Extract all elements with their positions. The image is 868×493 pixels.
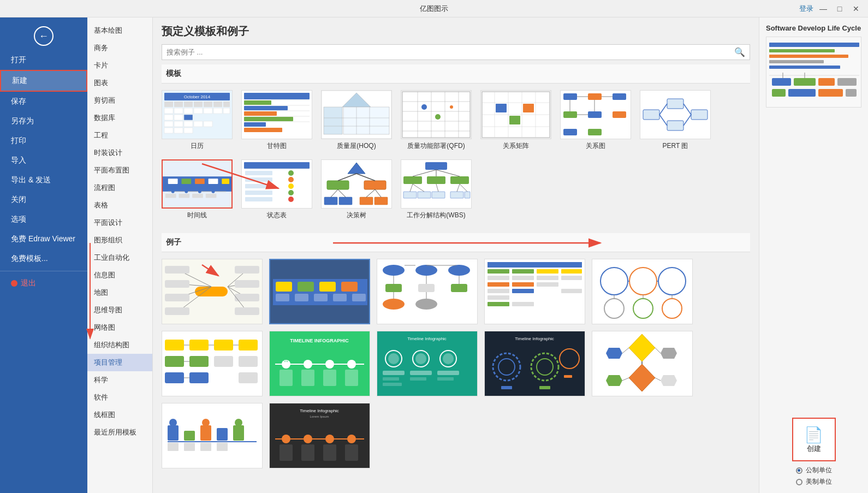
sidebar-item-print[interactable]: 打印 <box>0 131 87 151</box>
sidebar-item-free-template[interactable]: 免费模板... <box>0 249 87 269</box>
sidebar-item-new[interactable]: 新建 <box>0 70 87 92</box>
template-item-calendar[interactable]: October 2014日历 <box>162 90 233 151</box>
create-button[interactable]: 📄 创建 <box>792 418 836 461</box>
example-item-0[interactable] <box>162 259 263 324</box>
svg-rect-311 <box>184 443 195 451</box>
template-item-hoq[interactable]: 质量屋(HOQ) <box>321 90 392 151</box>
category-item-21[interactable]: 软件 <box>87 389 152 406</box>
template-label-relation-diagram: 关系图 <box>560 141 631 151</box>
example-item-4[interactable] <box>592 259 693 324</box>
category-item-19[interactable]: 项目管理 <box>87 354 152 371</box>
svg-rect-337 <box>772 89 786 97</box>
metric-radio[interactable] <box>796 467 802 474</box>
category-item-2[interactable]: 卡片 <box>87 57 152 74</box>
example-item-10[interactable] <box>162 403 263 468</box>
sidebar-item-open[interactable]: 打开 <box>0 50 87 70</box>
svg-point-198 <box>448 265 470 276</box>
examples-grid: TIMELINE INFOGRAPHIC01Timeline Infograph… <box>162 259 750 468</box>
svg-rect-111 <box>192 194 203 198</box>
sidebar-item-save[interactable]: 保存 <box>0 92 87 111</box>
sidebar-item-close[interactable]: 关闭 <box>0 190 87 210</box>
svg-rect-18 <box>174 115 183 120</box>
svg-rect-340 <box>846 89 857 97</box>
sidebar-item-export[interactable]: 导出 & 发送 <box>0 170 87 190</box>
login-link[interactable]: 登录 <box>799 0 813 17</box>
category-item-13[interactable]: 工业自动化 <box>87 249 152 266</box>
sidebar-item-exit[interactable]: 退出 <box>0 274 87 293</box>
sidebar-item-options[interactable]: 选项 <box>0 210 87 229</box>
template-item-pert[interactable]: PERT 图 <box>640 90 711 151</box>
template-thumb-gantt <box>241 90 312 139</box>
svg-point-319 <box>304 435 312 443</box>
category-item-14[interactable]: 信息图 <box>87 266 152 284</box>
category-item-16[interactable]: 思维导图 <box>87 301 152 319</box>
svg-text:Timeline Infographic: Timeline Infographic <box>515 336 554 341</box>
template-item-qfd[interactable]: 质量功能部署(QFD) <box>401 90 472 151</box>
template-item-status-table[interactable]: 状态表 <box>241 159 312 220</box>
category-item-7[interactable]: 时装设计 <box>87 144 152 162</box>
template-label-status-table: 状态表 <box>241 211 312 220</box>
sidebar-item-save-as[interactable]: 另存为 <box>0 111 87 131</box>
imperial-radio[interactable] <box>796 479 802 485</box>
category-item-1[interactable]: 商务 <box>87 39 152 57</box>
svg-rect-307 <box>217 428 228 441</box>
unit-imperial[interactable]: 美制单位 <box>796 477 832 486</box>
close-button[interactable]: ✕ <box>848 1 864 16</box>
search-icon[interactable]: 🔍 <box>734 47 745 57</box>
category-item-15[interactable]: 地图 <box>87 284 152 301</box>
svg-rect-325 <box>345 444 358 461</box>
svg-rect-25 <box>164 128 173 133</box>
app-title: 亿图图示 <box>420 4 448 14</box>
example-item-5[interactable] <box>162 331 263 396</box>
example-item-3[interactable] <box>484 259 585 324</box>
svg-rect-239 <box>189 356 209 367</box>
category-panel: 基本绘图商务卡片图表剪切画数据库工程时装设计平面布置图流程图表格平面设计图形组织… <box>87 17 153 493</box>
category-item-5[interactable]: 数据库 <box>87 109 152 127</box>
template-item-relation-diagram[interactable]: 关系图 <box>560 90 631 151</box>
example-item-1[interactable] <box>269 259 370 324</box>
maximize-button[interactable]: □ <box>832 1 847 16</box>
template-item-gantt[interactable]: 甘特图 <box>241 90 312 151</box>
category-item-4[interactable]: 剪切画 <box>87 92 152 109</box>
template-item-wbs[interactable]: 工作分解结构(WBS) <box>401 159 472 220</box>
category-item-20[interactable]: 科学 <box>87 371 152 389</box>
template-item-timeline[interactable]: 时间线 <box>162 159 233 220</box>
example-item-9[interactable] <box>592 331 693 396</box>
svg-rect-150 <box>432 192 445 198</box>
category-item-9[interactable]: 流程图 <box>87 179 152 197</box>
template-item-decision-tree[interactable]: 决策树 <box>321 159 392 220</box>
minimize-button[interactable]: — <box>816 1 831 16</box>
category-item-17[interactable]: 网络图 <box>87 319 152 336</box>
category-item-8[interactable]: 平面布置图 <box>87 162 152 179</box>
category-item-23[interactable]: 最近所用模板 <box>87 424 152 441</box>
category-item-18[interactable]: 组织结构图 <box>87 336 152 354</box>
category-item-3[interactable]: 图表 <box>87 74 152 92</box>
category-item-0[interactable]: 基本绘图 <box>87 22 152 39</box>
svg-rect-72 <box>509 116 520 124</box>
sidebar-item-free-viewer[interactable]: 免费 Edraw Viewer <box>0 229 87 249</box>
svg-rect-182 <box>276 294 289 301</box>
svg-rect-71 <box>496 104 507 112</box>
example-item-2[interactable] <box>377 259 478 324</box>
svg-rect-302 <box>168 425 179 441</box>
search-input[interactable] <box>167 48 734 56</box>
content-scroll-area[interactable]: 模板 October 2014日历甘特图质量屋(HOQ)质量功能部署(QFD)关… <box>153 64 759 493</box>
svg-point-303 <box>169 419 177 426</box>
unit-metric[interactable]: 公制单位 <box>796 466 832 475</box>
category-item-6[interactable]: 工程 <box>87 127 152 144</box>
template-item-matrix-relation[interactable]: 关系矩阵 <box>480 90 551 151</box>
category-item-12[interactable]: 图形组织 <box>87 231 152 249</box>
example-item-8[interactable]: Timeline Infographic <box>484 331 585 396</box>
svg-point-108 <box>212 190 215 193</box>
example-item-7[interactable]: Timeline Infographic <box>377 331 478 396</box>
category-item-10[interactable]: 表格 <box>87 197 152 214</box>
back-button[interactable]: ← <box>34 26 53 46</box>
category-item-22[interactable]: 线框图 <box>87 406 152 424</box>
example-item-6[interactable]: TIMELINE INFOGRAPHIC01 <box>269 331 370 396</box>
sidebar-item-import[interactable]: 导入 <box>0 151 87 170</box>
preview-svg <box>766 37 861 108</box>
category-item-11[interactable]: 平面设计 <box>87 214 152 231</box>
main-layout: ← 打开 新建 保存 另存为 打印 导入 导出 & 发送 关闭 选项 免费 Ed… <box>0 17 868 493</box>
example-item-11[interactable]: Timeline InfographicLorem Ipsum <box>269 403 370 468</box>
svg-point-318 <box>282 435 290 443</box>
